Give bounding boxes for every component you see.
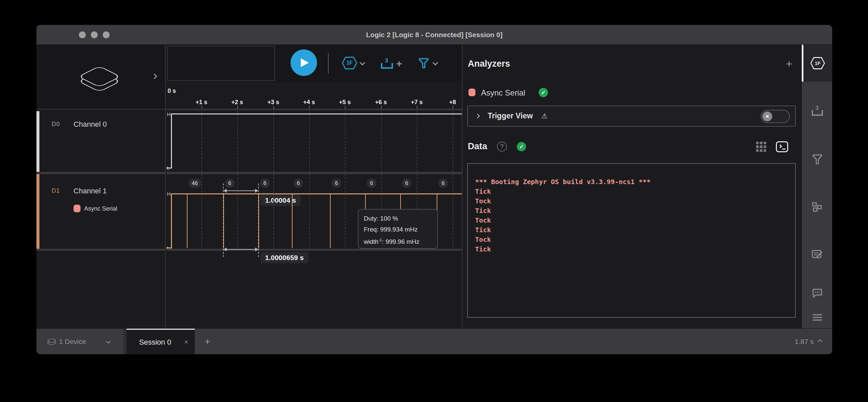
notes-tab[interactable]: [802, 249, 832, 260]
device-expand-chevron-icon[interactable]: [152, 74, 157, 79]
help-icon[interactable]: ?: [497, 142, 507, 151]
async-serial-dot-icon: [73, 205, 81, 212]
device-tab-active[interactable]: 1F: [802, 45, 832, 82]
device-mode-button[interactable]: 1F: [342, 57, 357, 69]
grid-line: [273, 111, 274, 172]
timeline-offset-label: +1 s: [195, 99, 207, 106]
add-session-button[interactable]: +: [200, 329, 215, 354]
serial-burst-pulse[interactable]: [223, 194, 224, 248]
main-content: D0 Channel 0 D1 Channel 1 Async Serial: [36, 45, 832, 328]
terminal-line: Tick: [475, 225, 795, 235]
add-measurement-button[interactable]: +: [396, 59, 402, 69]
serial-burst-pulse[interactable]: [292, 194, 292, 248]
row-divider: [166, 172, 462, 174]
timeline-offset-label: +7 s: [411, 99, 423, 106]
row-divider: [166, 110, 462, 110]
analyzer-color-dot-icon: [468, 89, 475, 96]
frame-count-badge[interactable]: 6: [402, 179, 411, 188]
grid-line: [237, 111, 238, 172]
channel1-analyzer-label[interactable]: Async Serial: [84, 205, 117, 212]
timeline-tick: [202, 106, 202, 109]
analyzers-panel: Analyzers + Async Serial ✓ Trigger View …: [463, 45, 800, 328]
trigger-chevron-down-icon[interactable]: [433, 60, 438, 66]
edit-note-icon: [812, 249, 823, 260]
timeline-tick: [381, 106, 382, 109]
terminal-line: Tock: [475, 235, 795, 245]
frame-count-badge[interactable]: 6: [367, 179, 376, 188]
trigger-expand-chevron-icon[interactable]: [475, 114, 480, 118]
analyzer-status-check-icon: ✓: [539, 88, 548, 97]
timeline-tick: [273, 106, 274, 109]
trigger-settings-box[interactable]: [167, 46, 275, 81]
serial-burst-pulse[interactable]: [330, 194, 331, 248]
measure-arrow-top: [224, 191, 257, 191]
device-panel[interactable]: [36, 45, 165, 110]
channel1-header[interactable]: D1 Channel 1 Async Serial: [36, 174, 165, 249]
frame-count-badge[interactable]: 6: [293, 179, 303, 188]
channel0-accent-bar: [36, 111, 39, 172]
device-selector[interactable]: 1 Device: [36, 329, 123, 354]
channel1-high-line: [171, 193, 463, 194]
waveform-area[interactable]: 1F 3 + 0 s +1 s+: [166, 45, 463, 328]
timeline-offset-label: +5 s: [339, 99, 351, 106]
channel0-start-edge: [171, 113, 172, 169]
terminal-view-icon[interactable]: [776, 141, 788, 152]
serial-burst-pulse[interactable]: [187, 194, 187, 248]
desktop-background: Logic 2 [Logic 8 - Connected] [Session 0…: [0, 0, 868, 402]
menu-tab[interactable]: [802, 313, 832, 321]
grid-line: [237, 174, 238, 249]
timeline-tick: [237, 106, 238, 109]
frame-count-badge[interactable]: 46: [188, 179, 201, 188]
trigger-funnel-icon[interactable]: [419, 58, 429, 69]
channel1-accent-bar: [36, 174, 39, 249]
measure-count: 3: [385, 57, 388, 64]
session-bar: 1 Device Session 0 × + 1.87 s: [36, 328, 832, 354]
device-badge: 1F: [342, 57, 357, 69]
session-tab-active[interactable]: Session 0 ×: [127, 329, 195, 354]
grid-line: [309, 111, 310, 172]
device-mode-chevron-down-icon[interactable]: [360, 60, 365, 66]
toolbar-divider: [328, 53, 329, 74]
tooltip-width: width-1: 999.96 mHz: [364, 235, 437, 247]
frame-count-badge[interactable]: 6: [438, 179, 448, 188]
analyzer-item-name[interactable]: Async Serial: [481, 88, 525, 97]
grid-line: [202, 174, 202, 249]
terminal-output[interactable]: *** Booting Zephyr OS build v3.3.99-ncs1…: [467, 163, 796, 318]
measurements-tab[interactable]: 3: [802, 107, 832, 116]
serial-burst-pulse[interactable]: [258, 194, 259, 248]
start-capture-button[interactable]: [290, 50, 317, 76]
tooltip-duty: Duty: 100 %: [364, 213, 437, 224]
table-view-icon[interactable]: [756, 142, 766, 152]
channel0-high-line: [171, 113, 463, 114]
session-tab-label: Session 0: [139, 330, 171, 354]
terminal-line: Tick: [475, 206, 795, 216]
triggers-tab[interactable]: [802, 154, 832, 165]
channel0-header[interactable]: D0 Channel 0: [36, 111, 165, 172]
feedback-tab[interactable]: [802, 288, 832, 298]
grid-line: [453, 111, 453, 172]
extensions-tab[interactable]: [802, 202, 832, 212]
add-analyzer-button[interactable]: +: [786, 58, 793, 69]
terminal-line: Tick: [475, 187, 795, 196]
frame-count-badge[interactable]: 6: [260, 179, 270, 188]
data-title: Data: [468, 141, 487, 151]
capture-duration[interactable]: 1.87 s: [795, 329, 822, 354]
tooltip-freq: Freq: 999.934 mHz: [364, 224, 437, 235]
trigger-view-row[interactable]: Trigger View ⚠ ×: [467, 106, 796, 127]
close-session-icon[interactable]: ×: [184, 330, 188, 354]
frame-count-badge[interactable]: 6: [225, 179, 235, 188]
frame-count-badge[interactable]: 6: [332, 179, 341, 188]
timeline-ruler[interactable]: 0 s +1 s+2 s+3 s+4 s+5 s+6 s+7 s+8: [166, 82, 462, 110]
channel0-name: Channel 0: [73, 120, 107, 129]
device-icon: [74, 58, 124, 96]
window-title: Logic 2 [Logic 8 - Connected] [Session 0…: [36, 25, 832, 45]
grid-line: [345, 111, 345, 172]
toggle-off-x-icon: ×: [762, 111, 772, 121]
measurements-button[interactable]: 3: [381, 59, 393, 69]
trigger-view-toggle[interactable]: ×: [761, 110, 790, 123]
channel1-high-label: H: [167, 191, 170, 197]
measurement-tooltip: Duty: 100 % Freq: 999.934 mHz width-1: 9…: [358, 209, 438, 249]
channel0-low-stub: [166, 168, 172, 169]
channel0-high-label: H: [167, 111, 170, 117]
channel1-name: Channel 1: [73, 187, 107, 195]
